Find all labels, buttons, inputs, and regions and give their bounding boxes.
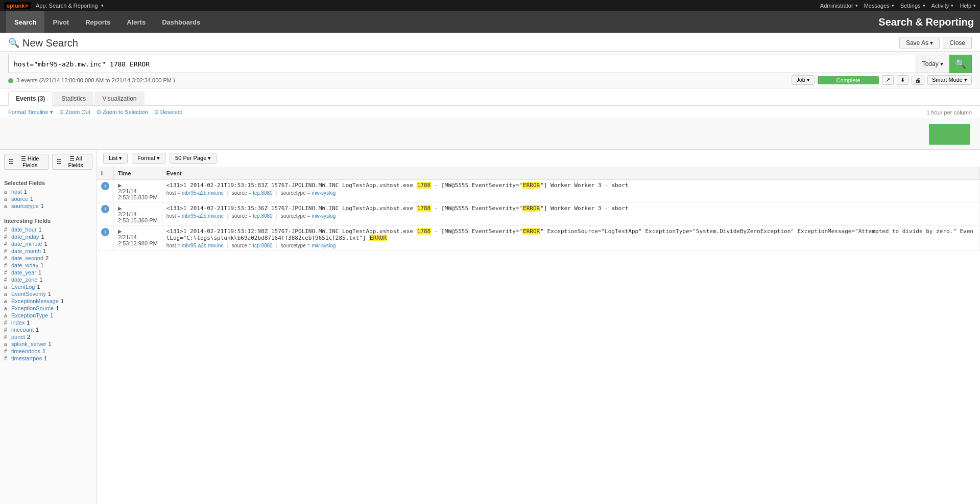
nav-help[interactable]: Help ▾	[960, 3, 976, 9]
table-row: i ▶ 2/21/14 2:53:15.360 PM <131>1 2014-0…	[97, 203, 980, 226]
meta-source-1[interactable]: tcp:8080	[253, 190, 272, 196]
expand-arrow-3[interactable]: ▶	[118, 228, 122, 234]
info-icon-1[interactable]: i	[101, 182, 109, 190]
interesting-field-timeendpos[interactable]: #timeendpos 1	[4, 348, 92, 355]
meta-source-2[interactable]: tcp:8080	[253, 213, 272, 219]
events-table: i Time Event i ▶ 2/21/14 2:53:15.830 PM …	[97, 167, 980, 251]
expand-arrow-2[interactable]: ▶	[118, 205, 122, 211]
nav-dashboards[interactable]: Dashboards	[154, 11, 208, 33]
job-button[interactable]: Job ▾	[792, 75, 815, 85]
event-date-1: 2/21/14	[118, 188, 158, 194]
info-icon-2[interactable]: i	[101, 205, 109, 213]
hide-fields-label: ☰ Hide Fields	[15, 155, 44, 168]
table-header-info: i	[97, 167, 114, 180]
hide-fields-button[interactable]: ☰ ☰ Hide Fields	[4, 154, 49, 170]
interesting-field-date_year[interactable]: #date_year 1	[4, 269, 92, 276]
event-info-cell-1: i	[97, 180, 114, 203]
deselect-button[interactable]: ⊙ Deselect	[154, 109, 182, 116]
expand-arrow-1[interactable]: ▶	[118, 182, 122, 188]
highlight-number-2: 1788	[417, 205, 432, 212]
meta-host-3[interactable]: mbr95-a2b.mw.inc	[182, 243, 224, 248]
interesting-field-EventSeverity[interactable]: aEventSeverity 1	[4, 290, 92, 297]
selected-fields-section: Selected Fields ahost 1asource 1asourcet…	[0, 174, 97, 212]
nav-alerts[interactable]: Alerts	[118, 11, 154, 33]
highlight-number-3: 1788	[417, 228, 432, 235]
save-as-button[interactable]: Save As ▾	[899, 37, 940, 49]
meta-host-1[interactable]: mbr95-a2b.mw.inc	[182, 190, 224, 196]
interesting-field-EventLog[interactable]: aEventLog 1	[4, 283, 92, 290]
nav-administrator[interactable]: Administrator ▾	[820, 3, 858, 9]
list-button[interactable]: List ▾	[103, 153, 128, 164]
selected-field-source[interactable]: asource 1	[4, 195, 92, 202]
meta-sourcetype-3[interactable]: mw-syslog	[312, 243, 336, 248]
app-name-caret[interactable]: ▾	[101, 3, 104, 8]
interesting-field-date_zone[interactable]: #date_zone 1	[4, 276, 92, 283]
search-input[interactable]	[8, 55, 916, 73]
smart-mode-button[interactable]: Smart Mode ▾	[927, 75, 972, 85]
selected-field-sourcetype[interactable]: asourcetype 1	[4, 202, 92, 210]
interesting-fields-section: Interesting Fields #date_hour 1#date_mda…	[0, 212, 97, 364]
per-page-button[interactable]: 50 Per Page ▾	[170, 153, 217, 164]
format-timeline-button[interactable]: Format Timeline ▾	[8, 109, 53, 116]
all-fields-button[interactable]: ☰ ☰ All Fields	[52, 154, 92, 170]
zoom-selection-button[interactable]: ⊙ Zoom to Selection	[97, 109, 148, 116]
highlight-trailing-error-3: ERROR	[369, 235, 387, 241]
nav-pivot[interactable]: Pivot	[44, 11, 77, 33]
events-tbody: i ▶ 2/21/14 2:53:15.830 PM <131>1 2014-0…	[97, 180, 980, 251]
interesting-field-date_month[interactable]: #date_month 1	[4, 247, 92, 255]
interesting-field-timestartpos[interactable]: #timestartpos 1	[4, 355, 92, 362]
nav-messages[interactable]: Messages ▾	[864, 3, 894, 9]
interesting-field-date_hour[interactable]: #date_hour 1	[4, 226, 92, 233]
event-time-cell-1: ▶ 2/21/14 2:53:15.830 PM	[114, 180, 162, 203]
event-text-cell-2: <131>1 2014-02-21T19:53:15:36Z 15767-JPO…	[162, 203, 979, 226]
selected-field-host[interactable]: ahost 1	[4, 188, 92, 195]
nav-reports[interactable]: Reports	[77, 11, 118, 33]
interesting-field-ExceptionSource[interactable]: aExceptionSource 1	[4, 305, 92, 312]
interesting-field-date_minute[interactable]: #date_minute 1	[4, 240, 92, 247]
meta-source-3[interactable]: tcp:8080	[253, 243, 272, 248]
event-text-cell-3: <131>1 2014-02-21T19:53:12:98Z 15767-JPO…	[162, 226, 979, 251]
table-row: i ▶ 2/21/14 2:53:12.980 PM <131>1 2014-0…	[97, 226, 980, 251]
interesting-field-date_second[interactable]: #date_second 2	[4, 255, 92, 262]
sidebar: ☰ ☰ Hide Fields ☰ ☰ All Fields Selected …	[0, 150, 97, 504]
search-input-row: Today ▾ 🔍	[8, 55, 972, 73]
interesting-field-splunk_server[interactable]: asplunk_server 1	[4, 340, 92, 348]
info-icon-3[interactable]: i	[101, 228, 109, 236]
meta-host-2[interactable]: mbr95-a2b.mw.inc	[182, 213, 224, 219]
interesting-field-date_wday[interactable]: #date_wday 1	[4, 262, 92, 269]
event-time-1: 2:53:15.830 PM	[118, 194, 158, 200]
event-info-cell-3: i	[97, 226, 114, 251]
interesting-field-linecount[interactable]: #linecount 1	[4, 326, 92, 333]
time-picker-button[interactable]: Today ▾	[916, 55, 949, 73]
interesting-field-ExceptionMessage[interactable]: aExceptionMessage 1	[4, 297, 92, 305]
share-button[interactable]: ↗	[882, 75, 894, 85]
close-button[interactable]: Close	[943, 37, 972, 49]
results-controls: List ▾ Format ▾ 50 Per Page ▾	[97, 150, 980, 167]
highlight-number-1: 1788	[417, 182, 432, 189]
tab-events[interactable]: Events (3)	[8, 91, 53, 106]
interesting-field-date_mday[interactable]: #date_mday 1	[4, 233, 92, 240]
tab-statistics[interactable]: Statistics	[54, 91, 93, 105]
nav-settings[interactable]: Settings ▾	[900, 3, 925, 9]
tab-visualization[interactable]: Visualization	[94, 91, 144, 105]
search-execute-icon: 🔍	[955, 58, 966, 70]
event-meta-3: host = mbr95-a2b.mw.inc | source = tcp:8…	[166, 243, 975, 248]
event-time-2: 2:53:15.360 PM	[118, 217, 158, 223]
export-button[interactable]: ⬇	[897, 75, 909, 85]
search-execute-button[interactable]: 🔍	[949, 55, 972, 73]
meta-sourcetype-2[interactable]: mw-syslog	[312, 213, 336, 219]
print-button[interactable]: 🖨	[912, 76, 924, 85]
splunk-logo[interactable]: splunk>	[4, 2, 31, 9]
app-name-label[interactable]: App: Search & Reporting	[36, 3, 98, 9]
timeline-bar-chart	[929, 124, 970, 145]
interesting-field-index[interactable]: #index 1	[4, 319, 92, 326]
search-status-bar: 3 events (2/21/14 12:00:00.000 AM to 2/2…	[8, 75, 972, 85]
event-text-cell-1: <131>1 2014-02-21T19:53:15:83Z 15767-JPO…	[162, 180, 979, 203]
meta-sourcetype-1[interactable]: mw-syslog	[312, 190, 336, 196]
zoom-out-button[interactable]: ⊙ Zoom Out	[59, 109, 90, 116]
nav-search[interactable]: Search	[6, 11, 44, 33]
interesting-field-punct[interactable]: #punct 2	[4, 333, 92, 340]
interesting-field-ExceptionType[interactable]: aExceptionType 1	[4, 312, 92, 319]
format-button[interactable]: Format ▾	[132, 153, 165, 164]
nav-activity[interactable]: Activity ▾	[931, 3, 954, 9]
